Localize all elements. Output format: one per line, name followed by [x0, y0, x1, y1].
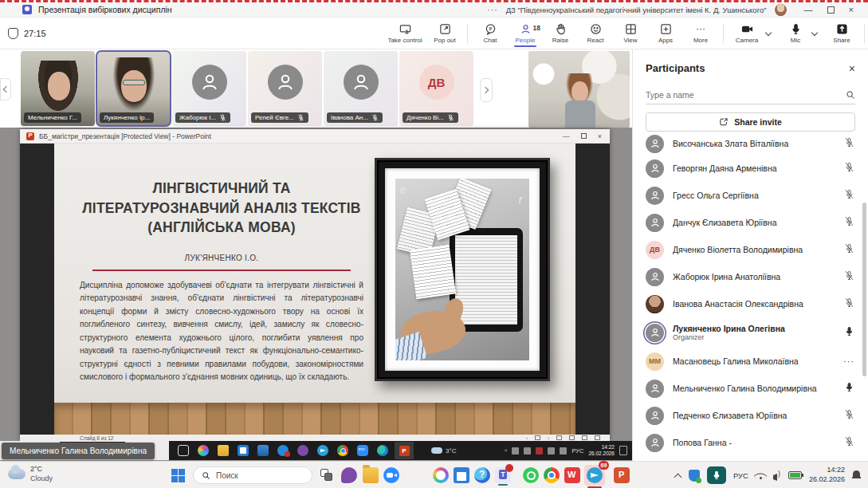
shared-show-desktop-icon[interactable] — [619, 446, 627, 455]
start-button[interactable] — [171, 469, 185, 482]
task-view-button[interactable] — [320, 469, 333, 482]
mic-on-icon[interactable] — [844, 381, 854, 396]
video-tile-ivanova[interactable]: Іванова Ан... — [324, 51, 398, 126]
shared-store-icon[interactable] — [238, 445, 249, 456]
filmstrip-next-button[interactable] — [480, 78, 493, 102]
taskbar-search[interactable]: Поиск — [193, 466, 312, 484]
shared-copilot-icon[interactable] — [198, 445, 209, 456]
wifi-icon[interactable] — [756, 471, 766, 479]
language-indicator[interactable]: РУС — [733, 471, 748, 480]
mic-muted-icon[interactable] — [844, 215, 854, 230]
filmstrip-prev-button[interactable] — [0, 78, 11, 100]
ppt-minimize-button[interactable]: — — [563, 132, 570, 140]
shared-tray-icon[interactable] — [512, 447, 519, 455]
shared-viber-icon[interactable] — [297, 445, 308, 456]
participant-row[interactable]: ДВ Дяченко Віолетта Володимирівна — [633, 236, 868, 263]
mic-muted-icon[interactable] — [844, 270, 854, 284]
mic-button[interactable]: Mic — [780, 23, 811, 44]
chrome-icon[interactable] — [544, 467, 560, 483]
weather-widget[interactable]: 2°C Cloudy — [8, 465, 53, 483]
share-button[interactable]: Share — [824, 23, 859, 44]
mic-muted-icon[interactable] — [844, 435, 854, 450]
slideshow-button[interactable] — [595, 435, 600, 440]
security-shield-icon[interactable] — [689, 470, 700, 482]
view-button[interactable]: View — [613, 23, 648, 44]
window-close-button[interactable]: × — [849, 5, 854, 14]
account-avatar[interactable] — [775, 4, 787, 16]
shared-clock[interactable]: 14:2226.02.2026 — [588, 444, 615, 457]
clock[interactable]: 14:2226.02.2026 — [809, 466, 845, 484]
tray-mic-button[interactable] — [707, 466, 726, 484]
video-tile-diachenko[interactable]: ДВ Дяченко Ві... — [399, 51, 473, 126]
apps-button[interactable]: Apps — [648, 23, 683, 44]
camera-button[interactable]: Camera — [729, 23, 765, 44]
panel-scrollbar[interactable] — [862, 203, 866, 376]
shared-tray-chevron[interactable]: ^ — [505, 447, 508, 455]
file-explorer-icon[interactable] — [363, 467, 379, 483]
chat-button[interactable]: Chat — [473, 23, 508, 44]
participant-row[interactable]: Іванова Анастасія Олександрівна — [633, 290, 868, 317]
mic-options-chevron[interactable] — [811, 30, 818, 36]
store-icon[interactable] — [454, 467, 469, 483]
participant-row[interactable]: Височанська Злата Віталіївна — [633, 132, 868, 155]
video-tile-repei[interactable]: Репей Євге... — [248, 51, 322, 126]
participant-row[interactable]: Педченко Єлизавета Юріївна — [633, 402, 868, 429]
more-button[interactable]: ··· More — [683, 23, 718, 44]
shared-tray-icon[interactable] — [548, 447, 555, 455]
help-icon[interactable] — [474, 467, 490, 483]
participant-row[interactable]: Гресс Ольга Сергіївна — [633, 182, 868, 209]
take-control-button[interactable]: Take control — [383, 23, 427, 44]
mic-muted-icon[interactable] — [844, 242, 854, 257]
shared-edge-icon[interactable] — [377, 445, 388, 456]
shared-chrome-icon[interactable] — [337, 445, 348, 456]
participant-row[interactable]: Жаборюк Ірина Анатоліївна — [633, 263, 868, 290]
prev-slide-button[interactable]: ‹ — [526, 435, 528, 440]
reading-view-button[interactable] — [582, 435, 587, 440]
ppt-close-button[interactable]: × — [598, 132, 602, 140]
zoom-icon[interactable] — [383, 467, 399, 483]
react-button[interactable]: React — [578, 23, 613, 44]
shared-zoom-icon[interactable] — [357, 445, 368, 456]
slide-sorter-button[interactable] — [569, 435, 575, 440]
normal-view-button[interactable] — [556, 435, 562, 440]
video-tile-spotlight[interactable] — [528, 51, 630, 128]
pop-out-button[interactable]: Pop out — [427, 23, 462, 44]
participant-row[interactable]: Попова Ганна - — [633, 429, 868, 456]
close-panel-button[interactable]: × — [849, 63, 855, 74]
whatsapp-icon[interactable] — [523, 467, 539, 483]
slide-nav-icon[interactable] — [535, 435, 540, 440]
shared-screen[interactable]: ББ_магістри_презентація [Protected View]… — [0, 128, 632, 461]
window-minimize-button[interactable]: — — [804, 5, 813, 14]
shared-people-icon[interactable] — [277, 445, 289, 456]
participant-more-button[interactable]: ··· — [843, 356, 854, 366]
mic-muted-icon[interactable] — [844, 188, 854, 203]
wps-icon[interactable] — [564, 467, 580, 483]
share-invite-button[interactable]: Share invite — [646, 112, 855, 132]
shared-task-view-icon[interactable] — [178, 445, 189, 456]
telegram-icon[interactable]: 69 — [584, 465, 605, 486]
ppt-maximize-button[interactable] — [581, 133, 587, 139]
participant-search-input[interactable] — [646, 90, 846, 100]
video-tile-lukianchenko[interactable]: Лукянченко Ір... — [96, 51, 171, 126]
participant-row[interactable]: Данчук Єлизавета Юріївна — [633, 209, 868, 236]
raise-hand-button[interactable]: Raise — [543, 23, 578, 44]
speaker-icon[interactable] — [773, 471, 781, 479]
participant-row[interactable]: Геворгян Даяна Арменівна — [633, 155, 868, 182]
window-maximize-button[interactable] — [827, 6, 835, 14]
shared-powerpoint-icon[interactable]: P — [395, 442, 414, 459]
next-slide-button[interactable]: › — [548, 435, 549, 440]
mic-muted-icon[interactable] — [844, 136, 854, 151]
video-tile-zhaboriuk[interactable]: Жаборюк І... — [172, 51, 246, 126]
people-button[interactable]: People 18 — [508, 23, 543, 44]
mic-muted-icon[interactable] — [844, 297, 854, 311]
shared-tray-icon[interactable] — [536, 447, 543, 455]
shared-tray-icon[interactable] — [560, 447, 567, 455]
notification-bell-icon[interactable] — [852, 470, 862, 480]
participant-row[interactable]: Мельниченко Галина Володимирівна — [633, 375, 868, 402]
copilot-icon[interactable] — [433, 467, 449, 483]
tray-chevron-icon[interactable] — [674, 472, 681, 479]
participant-row-organizer[interactable]: Лукянченко Ірина Олегівна Organizer — [633, 317, 868, 348]
titlebar-more-button[interactable]: ··· — [487, 5, 498, 14]
powerpoint-icon[interactable] — [614, 467, 630, 483]
viber-icon[interactable] — [341, 467, 357, 483]
